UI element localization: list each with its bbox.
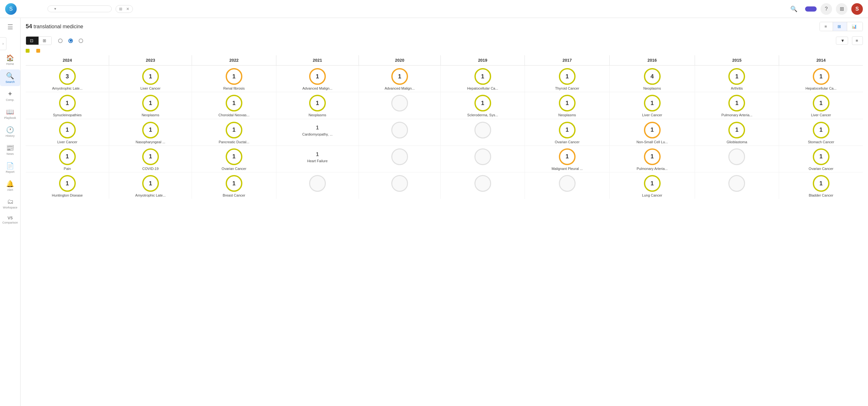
tab-analysis[interactable]: 📊 xyxy=(847,22,863,31)
grid-cell-2022-4[interactable]: 1Breast Cancer xyxy=(192,173,276,199)
sidebar-item-search[interactable]: 🔍 Search xyxy=(0,69,20,86)
grid-cell-2019-2[interactable] xyxy=(440,119,525,145)
grid-cell-2022-2[interactable]: 1Pancreatic Ductal... xyxy=(192,119,276,145)
cell-label: Lung Cancer xyxy=(611,193,693,198)
grid-cell-2024-1[interactable]: 1Synucleinopathies xyxy=(26,92,109,119)
grid-cell-2019-4[interactable] xyxy=(440,173,525,199)
grid-cell-2019-3[interactable] xyxy=(440,145,525,172)
grid-cell-2022-0[interactable]: 1Renal fibrosis xyxy=(192,65,276,92)
grid-cell-2015-0[interactable]: 1Arthritis xyxy=(695,65,779,92)
cell-label: Neoplasms xyxy=(111,113,190,117)
sidebar-item-news[interactable]: 📰 News xyxy=(0,141,20,158)
radio-drug-type[interactable] xyxy=(79,38,85,43)
grid-cell-2023-3[interactable]: 1COVID-19 xyxy=(109,145,192,172)
apps-icon[interactable]: ⊞ xyxy=(836,3,847,15)
year-header-2024: 2024 xyxy=(26,55,109,65)
grid-cell-2022-3[interactable]: 1Ovarian Cancer xyxy=(192,145,276,172)
sidebar-item-comp[interactable]: ✦ Comp. xyxy=(0,87,20,104)
grid-cell-2015-1[interactable]: 1Pulmonary Arteria... xyxy=(695,92,779,119)
grid-cell-2021-4[interactable] xyxy=(276,173,359,199)
grid-cell-2015-3[interactable] xyxy=(695,145,779,172)
tab-table[interactable]: ⊞ xyxy=(833,22,847,31)
cell-circle: 1 xyxy=(559,122,576,139)
grid-cell-2019-1[interactable]: 1Scleroderma, Sys... xyxy=(440,92,525,119)
tag-close-icon[interactable]: ✕ xyxy=(126,7,129,11)
grid-cell-2017-0[interactable]: 1Thyroid Cancer xyxy=(525,65,610,92)
cell-circle: 1 xyxy=(226,95,242,112)
setting-button[interactable]: ≡ xyxy=(852,36,863,45)
cell-label: Ovarian Cancer xyxy=(780,166,862,171)
grid-cell-2024-4[interactable]: 1Huntington Disease xyxy=(26,173,109,199)
sidebar-item-playbook[interactable]: 📖 Playbook xyxy=(0,105,20,122)
grid-cell-2023-1[interactable]: 1Neoplasms xyxy=(109,92,192,119)
sidebar-item-home[interactable]: 🏠 Home xyxy=(0,51,20,68)
top-n-select[interactable]: ▼ xyxy=(836,37,848,45)
sidebar-workspace-label: Workspace xyxy=(3,206,17,209)
grid-cell-2016-4[interactable]: 1Lung Cancer xyxy=(610,173,695,199)
grid-cell-2020-3[interactable] xyxy=(359,145,440,172)
hiro-chat-button[interactable] xyxy=(805,6,817,11)
radio-indication[interactable] xyxy=(68,38,74,43)
grid-cell-2015-4[interactable] xyxy=(695,173,779,199)
year-header-2017: 2017 xyxy=(525,55,610,65)
cell-circle: 1 xyxy=(644,122,661,139)
search-query-pill[interactable]: ▼ xyxy=(48,5,112,12)
grid-cell-2015-2[interactable]: 1Glioblastoma xyxy=(695,119,779,145)
grid-cell-2014-4[interactable]: 1Bladder Cancer xyxy=(779,173,863,199)
comp-icon: ✦ xyxy=(7,90,13,98)
empty-circle xyxy=(391,95,408,112)
legend-discovery xyxy=(26,49,31,53)
grid-cell-2014-3[interactable]: 1Ovarian Cancer xyxy=(779,145,863,172)
grid-cell-2014-0[interactable]: 1Hepatocellular Ca... xyxy=(779,65,863,92)
grid-cell-2017-1[interactable]: 1Neoplasms xyxy=(525,92,610,119)
radio-dot xyxy=(70,39,72,42)
tab-list[interactable]: ≡ xyxy=(820,22,833,31)
grid-cell-2016-1[interactable]: 1Liver Cancer xyxy=(610,92,695,119)
grid-cell-2024-3[interactable]: 1Pain xyxy=(26,145,109,172)
grid-cell-2016-3[interactable]: 1Pulmonary Arteria... xyxy=(610,145,695,172)
collapse-button[interactable]: › xyxy=(0,37,6,50)
mirna-tag-pill[interactable]: ⊞ ✕ xyxy=(116,5,133,13)
grid-cell-2017-4[interactable] xyxy=(525,173,610,199)
grid-cell-2021-3[interactable]: 1Heart Failure xyxy=(276,145,359,172)
grid-cell-2017-3[interactable]: 1Malignant Pleural ... xyxy=(525,145,610,172)
grid-cell-2023-0[interactable]: 1Liver Cancer xyxy=(109,65,192,92)
grid-cell-2024-2[interactable]: 1Liver Cancer xyxy=(26,119,109,145)
grid-cell-2017-2[interactable]: 1Ovarian Cancer xyxy=(525,119,610,145)
grid-cell-2024-0[interactable]: 3Amyotrophic Late... xyxy=(26,65,109,92)
cell-circle: 1 xyxy=(559,148,576,165)
empty-circle xyxy=(728,148,745,165)
radio-target[interactable] xyxy=(58,38,64,43)
sidebar-item-history[interactable]: 🕐 History xyxy=(0,123,20,140)
grid-cell-2023-4[interactable]: 1Amyotrophic Late... xyxy=(109,173,192,199)
grid-cell-2019-0[interactable]: 1Hepatocellular Ca... xyxy=(440,65,525,92)
grid-cell-2021-1[interactable]: 1Neoplasms xyxy=(276,92,359,119)
comparison-icon: V5 xyxy=(8,215,13,220)
table-toggle-button[interactable]: ⊞ xyxy=(39,37,51,45)
search-icon[interactable]: 🔍 xyxy=(790,5,797,12)
avatar[interactable]: S xyxy=(851,3,863,15)
grid-cell-2020-2[interactable] xyxy=(359,119,440,145)
grid-cell-2023-2[interactable]: 1Nasopharyngeal ... xyxy=(109,119,192,145)
grid-cell-2016-2[interactable]: 1Non-Small Cell Lu... xyxy=(610,119,695,145)
grid-cell-2021-2[interactable]: 1Cardiomyopathy, ... xyxy=(276,119,359,145)
grid-cell-2014-1[interactable]: 1Liver Cancer xyxy=(779,92,863,119)
sidebar-item-comparison[interactable]: V5 Comparison xyxy=(0,213,20,227)
cell-label: Cardiomyopathy, ... xyxy=(278,132,357,137)
bitmap-toggle-button[interactable]: ⊡ xyxy=(26,37,39,45)
grid-cell-2020-4[interactable] xyxy=(359,173,440,199)
grid-cell-2022-1[interactable]: 1Choroidal Neovas... xyxy=(192,92,276,119)
grid-cell-2020-1[interactable] xyxy=(359,92,440,119)
grid-cell-2014-2[interactable]: 1Stomach Cancer xyxy=(779,119,863,145)
sidebar-item-report[interactable]: 📄 Report xyxy=(0,159,20,176)
cell-circle: 1 xyxy=(391,68,408,85)
grid-cell-2016-0[interactable]: 4Neoplasms xyxy=(610,65,695,92)
grid-cell-2021-0[interactable]: 1Advanced Malign... xyxy=(276,65,359,92)
help-icon[interactable]: ? xyxy=(820,3,832,15)
home-icon: 🏠 xyxy=(6,54,14,62)
sidebar-item-workspace[interactable]: 🗂 Workspace xyxy=(0,195,20,212)
grid-cell-2020-0[interactable]: 1Advanced Malign... xyxy=(359,65,440,92)
sidebar-item-menu[interactable]: ☰ xyxy=(0,21,20,33)
cell-label: Pulmonary Arteria... xyxy=(696,113,777,117)
sidebar-item-alert[interactable]: 🔔 Alert xyxy=(0,177,20,194)
